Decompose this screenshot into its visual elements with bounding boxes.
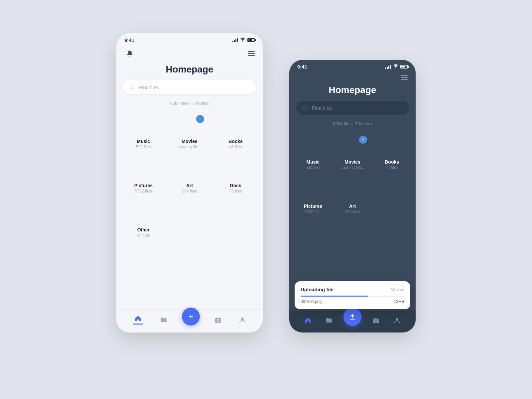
- folder-count-music-light: 532 files: [136, 145, 151, 149]
- search-placeholder-dark: Find files: [312, 105, 332, 111]
- upload-location: Movies: [391, 287, 404, 292]
- upload-file-info: 007364.png 12MB: [301, 299, 404, 304]
- phone-dark: 9:41: [289, 60, 416, 332]
- svg-rect-14: [375, 318, 376, 319]
- folder-art-dark[interactable]: Art 374 files: [334, 176, 371, 217]
- folder-movies-light[interactable]: ··· Movies Loading file...: [168, 111, 211, 153]
- search-icon-dark: [303, 105, 309, 111]
- page-title-light: Homepage: [116, 62, 263, 80]
- search-container-light: Find files: [116, 80, 263, 99]
- folder-name-art-dark: Art: [349, 203, 356, 209]
- folder-movies-dark[interactable]: ··· Movies Loading file...: [334, 132, 371, 173]
- status-icons-dark: [385, 64, 408, 69]
- folder-icon-art-light: [176, 159, 203, 180]
- status-bar-light: 9:41: [116, 33, 263, 46]
- menu-button-dark[interactable]: [401, 75, 408, 79]
- wifi-icon-light: [240, 38, 245, 43]
- search-placeholder-light: Find files: [139, 84, 159, 90]
- nav-user-dark[interactable]: [391, 315, 403, 325]
- svg-point-13: [375, 320, 377, 322]
- folder-icon-docs-light: [222, 159, 249, 180]
- folder-books-light[interactable]: Books 47 files: [214, 111, 257, 153]
- folder-name-movies-dark: Movies: [344, 159, 360, 165]
- loading-badge-light: ···: [196, 115, 204, 123]
- svg-point-0: [242, 41, 243, 42]
- upload-card: Uploading file Movies 007364.png 12MB: [295, 281, 410, 309]
- folder-name-pictures-dark: Pictures: [304, 203, 322, 209]
- folder-other-light[interactable]: Other 34 files: [122, 200, 165, 241]
- nav-camera-dark[interactable]: [370, 315, 382, 325]
- page-title-dark: Homepage: [289, 82, 416, 101]
- signal-icon-light: [232, 38, 238, 42]
- fab-button-light[interactable]: +: [182, 308, 200, 326]
- folder-grid-dark: Music 532 files ··· Movies Loading file.…: [289, 132, 416, 217]
- folder-name-books-dark: Books: [385, 159, 399, 165]
- folder-count-art-dark: 374 files: [345, 209, 360, 214]
- folder-pictures-light[interactable]: Pictures 5732 files: [122, 155, 165, 197]
- folder-icon-music-light: [130, 114, 157, 136]
- upload-filename: 007364.png: [301, 299, 322, 304]
- search-bar-light[interactable]: Find files: [123, 80, 256, 94]
- folder-docs-light[interactable]: Docs 76 files: [214, 155, 257, 197]
- svg-point-5: [217, 320, 219, 321]
- folder-count-books-dark: 47 files: [386, 165, 398, 170]
- nav-folder-light[interactable]: [157, 315, 170, 325]
- folder-count-movies-dark: Loading file...: [340, 165, 364, 170]
- folder-icon-movies-dark: ···: [339, 135, 366, 157]
- folder-name-music-light: Music: [137, 139, 150, 144]
- folder-music-dark[interactable]: Music 532 files: [295, 132, 332, 173]
- folder-count-movies-light: Loading file...: [178, 145, 201, 149]
- folder-books-dark[interactable]: Books 47 files: [373, 132, 410, 173]
- upload-progress-fill: [301, 296, 368, 297]
- folder-count-docs-light: 76 files: [229, 189, 242, 194]
- upload-title: Uploading file: [301, 287, 333, 292]
- nav-user-light[interactable]: [236, 315, 249, 325]
- nav-home-dark[interactable]: [302, 315, 314, 325]
- folder-icon-nav-light: [160, 316, 167, 324]
- battery-icon-dark: [400, 65, 408, 68]
- menu-button-light[interactable]: [248, 51, 255, 56]
- nav-home-light[interactable]: [130, 314, 146, 326]
- svg-point-15: [396, 318, 398, 321]
- folder-music-light[interactable]: Music 532 files: [122, 111, 165, 153]
- folder-pictures-dark[interactable]: Pictures 5732 files: [295, 176, 332, 217]
- folder-count-other-light: 34 files: [137, 233, 150, 238]
- fab-upload-icon-dark: [349, 313, 356, 321]
- folder-count-pictures-dark: 5732 files: [305, 209, 322, 214]
- nav-folder-dark[interactable]: [323, 315, 335, 325]
- folder-name-pictures-light: Pictures: [134, 183, 153, 188]
- upload-size: 12MB: [394, 299, 404, 304]
- folder-name-other-light: Other: [137, 227, 150, 232]
- svg-line-2: [134, 88, 135, 89]
- bottom-nav-dark: [289, 310, 416, 332]
- bell-button[interactable]: [124, 48, 135, 59]
- status-bar-dark: 9:41: [289, 60, 416, 72]
- folder-count-art-light: 374 files: [182, 189, 197, 194]
- status-time-dark: 9:41: [297, 64, 307, 69]
- folder-count-pictures-light: 5732 files: [135, 189, 152, 194]
- camera-icon-light: [214, 316, 222, 324]
- fab-button-dark[interactable]: [343, 308, 361, 326]
- folder-icon-books-dark: [379, 135, 405, 157]
- folder-icon-movies-light: ···: [176, 114, 203, 136]
- search-bar-dark[interactable]: Find files: [296, 101, 409, 115]
- bottom-nav-light: +: [116, 309, 263, 332]
- folder-icon-art-dark: [339, 179, 366, 201]
- search-container-dark: Find files: [289, 101, 416, 120]
- folder-art-light[interactable]: Art 374 files: [168, 155, 211, 197]
- folder-name-music-dark: Music: [306, 159, 320, 165]
- signal-icon-dark: [385, 65, 391, 69]
- nav-camera-light[interactable]: [212, 315, 224, 325]
- folder-grid-light: Music 532 files ··· Movies Loading file.…: [116, 111, 263, 241]
- svg-line-10: [307, 109, 308, 110]
- folder-icon-pictures-dark: [300, 179, 326, 201]
- loading-badge-dark: ···: [359, 136, 367, 144]
- search-icon-light: [130, 84, 136, 90]
- status-icons-light: [232, 38, 255, 43]
- user-icon-dark: [393, 317, 401, 324]
- folder-count-music-dark: 532 files: [306, 165, 321, 170]
- folder-icon-other-light: [130, 203, 157, 224]
- phone-light: 9:41: [116, 33, 263, 332]
- folder-name-docs-light: Docs: [230, 183, 241, 188]
- folder-name-art-light: Art: [186, 183, 193, 188]
